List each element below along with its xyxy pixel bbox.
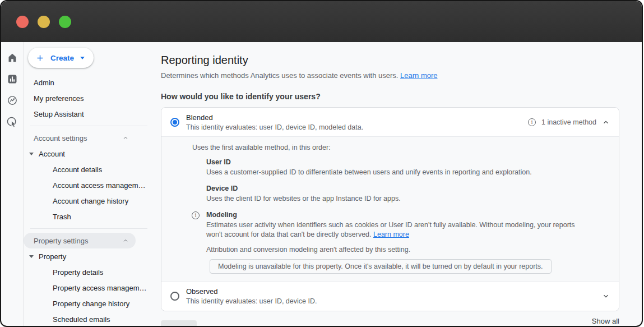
reporting-identity-card: Blended This identity evaluates: user ID…: [161, 107, 619, 311]
nav-explore[interactable]: [6, 95, 18, 106]
sidebar-item-trash[interactable]: Trash: [24, 209, 152, 224]
sidebar-item-admin[interactable]: Admin: [24, 75, 152, 90]
sidebar-item-property-change-history[interactable]: Property change history: [24, 296, 152, 311]
sidebar-item-setup-assistant[interactable]: Setup Assistant: [24, 106, 152, 122]
method-modeling: Modeling Estimates user activity when id…: [206, 211, 610, 274]
sidebar-item-property-details[interactable]: Property details: [24, 264, 152, 280]
observed-description: This identity evaluates: user ID, device…: [186, 297, 317, 305]
expand-observed-button[interactable]: [602, 292, 610, 300]
identify-users-question: How would you like to identify your user…: [161, 91, 619, 102]
learn-more-link[interactable]: Learn more: [400, 71, 437, 80]
sidebar-item-my-preferences[interactable]: My preferences: [24, 90, 152, 106]
plus-icon: [35, 53, 45, 63]
modeling-learn-more-link[interactable]: Learn more: [373, 231, 409, 238]
chevron-up-icon: [122, 237, 129, 244]
blended-radio[interactable]: [170, 118, 179, 127]
sidebar-item-property-access-management[interactable]: Property access managem…: [24, 280, 152, 296]
minimize-window-button[interactable]: [38, 16, 50, 28]
sidebar-divider: [30, 126, 147, 126]
page-subtitle: Determines which methods Analytics uses …: [161, 71, 619, 80]
blended-label: Blended: [186, 113, 363, 122]
sidebar-item-account-access-management[interactable]: Account access managem…: [24, 177, 152, 193]
advertising-icon: [6, 116, 18, 128]
app-content: Create Admin My preferences Setup Assist…: [1, 42, 642, 326]
zoom-window-button[interactable]: [59, 16, 71, 28]
reporting-identity-panel: Reporting identity Determines which meth…: [152, 42, 642, 326]
sidebar-item-label: Setup Assistant: [34, 110, 84, 118]
blended-details: Uses the first available method, in this…: [161, 136, 619, 282]
create-button-label: Create: [50, 54, 74, 62]
info-icon: [528, 118, 536, 126]
triangle-down-icon: [29, 153, 34, 155]
method-device-id: Device ID Uses the client ID for website…: [206, 185, 610, 204]
admin-sidebar: Create Admin My preferences Setup Assist…: [24, 42, 152, 326]
triangle-down-icon: [29, 255, 34, 258]
close-window-button[interactable]: [16, 16, 29, 28]
sidebar-divider: [30, 228, 147, 229]
sidebar-section-property-settings[interactable]: Property settings: [24, 233, 136, 248]
desktop-background: Create Admin My preferences Setup Assist…: [0, 0, 644, 327]
show-all-link[interactable]: Show all: [592, 317, 619, 325]
create-button[interactable]: Create: [28, 48, 94, 68]
save-button[interactable]: Save: [161, 320, 197, 326]
sidebar-group-property[interactable]: Property: [24, 248, 152, 264]
inactive-method-status: 1 inactive method: [541, 118, 596, 126]
sidebar-item-account-details[interactable]: Account details: [24, 162, 152, 177]
group-label: Account: [39, 150, 65, 158]
blended-option-row: Blended This identity evaluates: user ID…: [161, 108, 619, 136]
sidebar-item-account-change-history[interactable]: Account change history: [24, 193, 152, 209]
nav-home[interactable]: [6, 52, 18, 63]
modeling-info-icon: [192, 211, 200, 219]
window-titlebar: [1, 1, 642, 42]
cancel-button[interactable]: Cancel: [207, 324, 231, 326]
explore-icon: [7, 95, 18, 106]
observed-option-row: Observed This identity evaluates: user I…: [161, 282, 619, 311]
collapse-blended-button[interactable]: [602, 118, 610, 126]
reports-icon: [7, 73, 18, 85]
home-icon: [7, 52, 18, 63]
chevron-down-icon: [602, 292, 610, 300]
sidebar-item-label: My preferences: [34, 94, 84, 103]
observed-label: Observed: [186, 287, 317, 296]
observed-radio[interactable]: [170, 292, 179, 301]
nav-reports[interactable]: [6, 73, 18, 85]
group-label: Property: [39, 252, 66, 261]
analytics-admin-window: Create Admin My preferences Setup Assist…: [0, 0, 643, 327]
sidebar-item-scheduled-emails[interactable]: Scheduled emails: [24, 311, 152, 326]
section-header-label: Property settings: [34, 237, 89, 245]
page-title: Reporting identity: [161, 53, 619, 67]
chevron-up-icon: [122, 135, 129, 141]
sidebar-section-account-settings[interactable]: Account settings: [24, 130, 136, 146]
caret-down-icon: [80, 55, 85, 61]
nav-advertising[interactable]: [6, 116, 18, 127]
chevron-up-icon: [602, 118, 610, 126]
sidebar-group-account[interactable]: Account: [24, 146, 152, 162]
modeling-note: Attribution and conversion modeling aren…: [206, 246, 610, 254]
section-header-label: Account settings: [34, 134, 87, 142]
nav-rail: [1, 42, 24, 326]
sidebar-item-label: Admin: [34, 79, 54, 87]
method-user-id: User ID Uses a customer-supplied ID to d…: [206, 158, 610, 177]
blended-details-intro: Uses the first available method, in this…: [192, 144, 610, 151]
blended-description: This identity evaluates: user ID, device…: [186, 123, 363, 131]
modeling-unavailable-notice: Modeling is unavailable for this propert…: [210, 259, 552, 274]
